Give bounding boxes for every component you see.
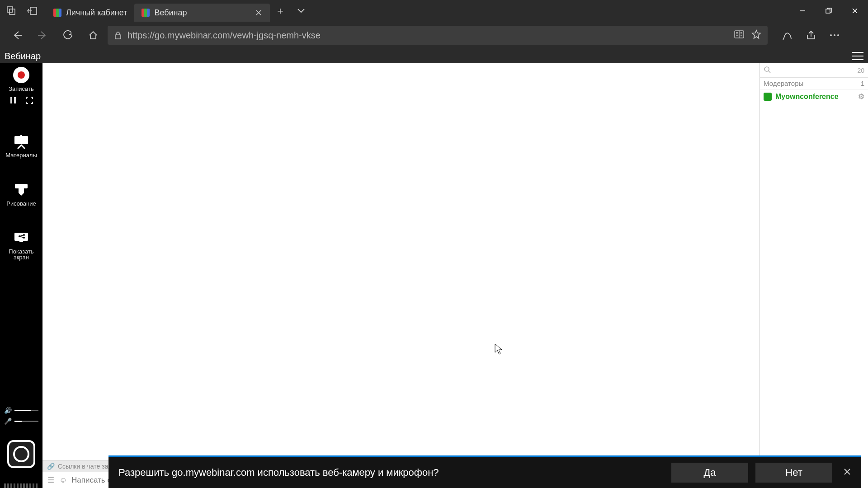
browser-navbar: https://go.mywebinar.com/vewh-jgsq-nemh-… — [0, 22, 868, 49]
camera-mic-permission-bar: Разрешить go.mywebinar.com использовать … — [108, 455, 861, 488]
browser-titlebar: Личный кабинет Вебинар ＋ — [0, 0, 868, 22]
nav-more-button[interactable] — [824, 24, 845, 46]
svg-rect-0 — [7, 7, 13, 12]
tab-title: Вебинар — [154, 8, 187, 18]
app-header: Вебинар — [0, 49, 868, 63]
new-tab-button[interactable]: ＋ — [270, 0, 291, 22]
nav-home-button[interactable] — [82, 24, 104, 46]
moderators-label: Модераторы — [764, 80, 803, 87]
set-aside-tabs-button[interactable] — [23, 0, 42, 22]
svg-rect-12 — [20, 135, 22, 137]
participant-name: Myownconference — [775, 93, 839, 101]
svg-point-7 — [834, 34, 835, 36]
moderators-count: 1 — [861, 80, 864, 87]
fullscreen-button[interactable] — [26, 97, 33, 106]
svg-rect-4 — [115, 35, 121, 39]
participants-panel: 20 Модераторы 1 Myownconference ⚙ — [760, 63, 868, 488]
speaker-icon: 🔊 — [4, 407, 12, 414]
drawing-label: Рисование — [6, 201, 36, 207]
participants-search[interactable]: 20 — [760, 63, 868, 78]
app-menu-button[interactable] — [852, 52, 863, 60]
browser-tab-2-active[interactable]: Вебинар — [134, 4, 270, 22]
share-screen-icon — [13, 231, 29, 246]
emoji-icon[interactable]: ☺ — [59, 476, 68, 485]
favicon-icon — [53, 9, 61, 17]
app-title: Вебинар — [5, 51, 41, 61]
permission-text: Разрешить go.mywebinar.com использовать … — [118, 467, 439, 479]
nav-share-button[interactable] — [800, 24, 822, 46]
svg-rect-9 — [10, 97, 12, 103]
mic-icon: 🎤 — [4, 418, 12, 425]
drawing-icon — [13, 183, 29, 198]
tab-preview-button[interactable] — [2, 0, 21, 22]
materials-button[interactable]: Материалы — [5, 135, 37, 159]
record-label: Записать — [9, 86, 34, 92]
svg-point-6 — [830, 34, 832, 36]
participant-row[interactable]: Myownconference ⚙ — [760, 89, 868, 103]
permission-close-icon[interactable] — [843, 467, 851, 479]
tab-title: Личный кабинет — [66, 8, 127, 18]
app-body: Записать Материалы Рисование Показать эк… — [0, 63, 868, 488]
audio-sliders: 🔊 🎤 — [4, 407, 38, 425]
participant-avatar-icon — [764, 93, 772, 101]
window-minimize-button[interactable] — [789, 0, 816, 22]
svg-rect-1 — [9, 9, 15, 14]
svg-rect-10 — [14, 97, 16, 103]
nav-notes-button[interactable] — [777, 24, 798, 46]
nav-forward-button[interactable] — [32, 24, 53, 46]
window-close-button[interactable] — [842, 0, 868, 22]
browser-tab-1[interactable]: Личный кабинет — [46, 4, 134, 22]
record-button[interactable]: Записать — [9, 67, 34, 92]
camera-toggle-button[interactable] — [7, 440, 35, 468]
participant-settings-icon[interactable]: ⚙ — [858, 92, 864, 101]
reading-view-icon[interactable] — [734, 30, 744, 41]
svg-rect-13 — [15, 184, 28, 188]
materials-icon — [13, 135, 29, 150]
permission-no-button[interactable]: Нет — [755, 463, 832, 483]
drawing-button[interactable]: Рисование — [6, 183, 36, 206]
url-text: https://go.mywebinar.com/vewh-jgsq-nemh-… — [127, 30, 321, 41]
lock-icon — [114, 31, 122, 39]
share-screen-label2: экран — [14, 254, 29, 261]
share-screen-label1: Показать — [9, 249, 33, 255]
search-icon — [764, 66, 771, 75]
signal-strength-icon — [4, 483, 38, 488]
link-icon: 🔗 — [46, 462, 55, 471]
favicon-icon — [142, 9, 150, 17]
url-input[interactable]: https://go.mywebinar.com/vewh-jgsq-nemh-… — [108, 26, 768, 45]
close-tab-icon[interactable] — [255, 9, 263, 17]
left-rail: Записать Материалы Рисование Показать эк… — [0, 63, 42, 488]
cursor-icon — [495, 343, 504, 355]
participants-max-count: 20 — [857, 67, 864, 74]
favorite-star-icon[interactable] — [751, 29, 761, 42]
svg-point-8 — [837, 34, 839, 36]
permission-yes-button[interactable]: Да — [671, 463, 748, 483]
share-screen-button[interactable]: Показать экран — [9, 231, 33, 261]
record-icon — [13, 67, 29, 83]
svg-point-19 — [764, 67, 769, 71]
window-maximize-button[interactable] — [816, 0, 842, 22]
svg-rect-15 — [19, 241, 23, 242]
svg-rect-11 — [14, 136, 28, 144]
nav-refresh-button[interactable] — [57, 24, 79, 46]
tabs-menu-button[interactable] — [291, 0, 311, 22]
chat-menu-icon[interactable]: ☰ — [46, 476, 55, 485]
svg-rect-3 — [826, 9, 830, 13]
mic-slider[interactable] — [14, 421, 38, 422]
materials-label: Материалы — [5, 152, 37, 159]
moderators-section-header: Модераторы 1 — [760, 78, 868, 89]
speaker-slider[interactable] — [14, 410, 38, 411]
nav-back-button[interactable] — [6, 24, 28, 46]
webinar-stage: Разрешите доступ 🔗 Ссылки в чате запрещ … — [42, 63, 760, 488]
pause-button[interactable] — [9, 97, 17, 106]
